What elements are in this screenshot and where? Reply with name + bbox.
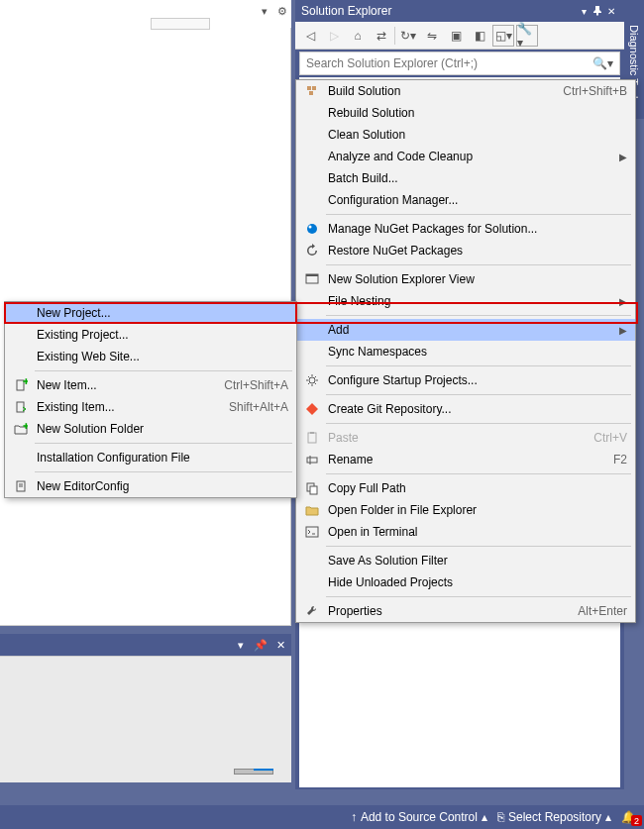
show-all-icon[interactable]: ◧ bbox=[469, 25, 490, 47]
menu-item[interactable]: Hide Unloaded Projects bbox=[296, 571, 635, 593]
menu-item-shortcut: Ctrl+Shift+B bbox=[545, 84, 627, 98]
menu-item[interactable]: Manage NuGet Packages for Solution... bbox=[296, 218, 635, 240]
forward-icon[interactable]: ▷ bbox=[323, 25, 345, 47]
menu-item-label: Sync Namespaces bbox=[324, 345, 627, 359]
menu-item-label: Rename bbox=[324, 453, 595, 466]
menu-item[interactable]: File Nesting▶ bbox=[296, 290, 635, 312]
menu-item[interactable]: Open Folder in File Explorer bbox=[296, 499, 635, 521]
menu-separator bbox=[326, 264, 631, 265]
menu-separator bbox=[326, 394, 631, 395]
select-repository[interactable]: ⎘ Select Repository ▴ bbox=[497, 810, 611, 824]
menu-item[interactable]: Copy Full Path bbox=[296, 477, 635, 499]
panel-title: Solution Explorer bbox=[301, 4, 577, 18]
panel-body bbox=[0, 656, 291, 782]
pin-icon[interactable] bbox=[590, 4, 604, 18]
menu-item[interactable]: New Project... bbox=[5, 302, 296, 324]
menu-item[interactable]: Save As Solution Filter bbox=[296, 550, 635, 571]
dropdown-icon[interactable]: ▾ bbox=[577, 4, 590, 18]
menu-item-label: Save As Solution Filter bbox=[324, 554, 627, 568]
menu-item-label: Add bbox=[324, 323, 613, 337]
menu-item[interactable]: Existing Project... bbox=[5, 324, 296, 346]
menu-item-label: Batch Build... bbox=[324, 171, 627, 185]
dropdown-icon[interactable]: ▾ bbox=[234, 638, 248, 652]
menu-item-shortcut: Ctrl+V bbox=[576, 431, 627, 445]
collapse-icon[interactable]: ▣ bbox=[445, 25, 467, 47]
menu-item[interactable]: Clean Solution bbox=[296, 124, 635, 146]
git-icon bbox=[300, 402, 324, 416]
menu-item[interactable]: Restore NuGet Packages bbox=[296, 240, 635, 261]
menu-item: PasteCtrl+V bbox=[296, 427, 635, 449]
menu-item[interactable]: PropertiesAlt+Enter bbox=[296, 600, 635, 622]
menu-separator bbox=[35, 471, 292, 472]
menu-item-shortcut: Ctrl+Shift+A bbox=[206, 378, 288, 392]
menu-item-label: New EditorConfig bbox=[33, 479, 288, 493]
menu-item[interactable]: Build SolutionCtrl+Shift+B bbox=[296, 80, 635, 102]
menu-item[interactable]: ✚New Solution Folder bbox=[5, 418, 296, 440]
svg-rect-6 bbox=[306, 274, 318, 276]
search-icon[interactable]: 🔍▾ bbox=[592, 56, 613, 70]
menu-item[interactable]: Existing Web Site... bbox=[5, 346, 296, 367]
menu-item[interactable]: Existing Item...Shift+Alt+A bbox=[5, 396, 296, 418]
repo-icon: ⎘ bbox=[497, 810, 504, 824]
editor-toolbar: ▾ ⚙ bbox=[258, 0, 289, 22]
chevron-up-icon: ▴ bbox=[482, 810, 487, 824]
menu-separator bbox=[326, 473, 631, 474]
menu-item-label: Build Solution bbox=[324, 84, 545, 98]
notifications-button[interactable]: 🔔 2 bbox=[621, 810, 636, 824]
menu-item[interactable]: RenameF2 bbox=[296, 449, 635, 470]
close-icon[interactable]: ✕ bbox=[604, 4, 618, 18]
svg-point-4 bbox=[309, 226, 312, 229]
menu-item[interactable]: Installation Configuration File bbox=[5, 447, 296, 468]
chevron-up-icon: ▴ bbox=[605, 810, 611, 824]
mode-toggle-1[interactable]: ◱▾ bbox=[492, 25, 514, 47]
menu-item[interactable]: Configuration Manager... bbox=[296, 189, 635, 211]
solution-explorer-search[interactable]: 🔍▾ bbox=[299, 52, 620, 75]
menu-item-label: Restore NuGet Packages bbox=[324, 244, 627, 258]
add-to-source-control[interactable]: ↑ Add to Source Control ▴ bbox=[351, 810, 487, 824]
sync-icon[interactable]: ↻▾ bbox=[397, 25, 419, 47]
menu-item[interactable]: Configure Startup Projects... bbox=[296, 369, 635, 391]
submenu-arrow-icon: ▶ bbox=[613, 296, 627, 307]
menu-separator bbox=[326, 214, 631, 215]
menu-item-label: Rebuild Solution bbox=[324, 106, 627, 120]
submenu-arrow-icon: ▶ bbox=[613, 325, 627, 336]
svg-point-3 bbox=[307, 224, 317, 234]
menu-item[interactable]: Add▶ bbox=[296, 319, 635, 341]
filter-icon[interactable]: ⇋ bbox=[421, 25, 443, 47]
menu-item[interactable]: Analyze and Code Cleanup▶ bbox=[296, 146, 635, 167]
home-icon[interactable]: ⌂ bbox=[347, 25, 369, 47]
gear-icon bbox=[300, 373, 324, 387]
dropdown-icon[interactable]: ▾ bbox=[258, 4, 271, 18]
menu-item[interactable]: Create Git Repository... bbox=[296, 398, 635, 420]
menu-item[interactable]: New Solution Explorer View bbox=[296, 268, 635, 290]
menu-item[interactable]: New EditorConfig bbox=[5, 475, 296, 497]
menu-item[interactable]: Rebuild Solution bbox=[296, 102, 635, 124]
menu-item-label: Open Folder in File Explorer bbox=[324, 503, 627, 517]
menu-item-label: Configuration Manager... bbox=[324, 193, 627, 207]
menu-separator bbox=[326, 546, 631, 547]
menu-item[interactable]: Batch Build... bbox=[296, 167, 635, 189]
copy-icon bbox=[300, 481, 324, 495]
menu-item[interactable]: ✚New Item...Ctrl+Shift+A bbox=[5, 374, 296, 396]
menu-item[interactable]: Sync Namespaces bbox=[296, 341, 635, 363]
switch-views-icon[interactable]: ⇄ bbox=[371, 25, 392, 47]
upload-icon: ↑ bbox=[351, 810, 357, 824]
folder-new-icon: ✚ bbox=[9, 422, 33, 436]
menu-item-label: Create Git Repository... bbox=[324, 402, 627, 416]
menu-separator bbox=[35, 370, 292, 371]
menu-item-label: Existing Item... bbox=[33, 400, 211, 414]
menu-item-label: File Nesting bbox=[324, 294, 613, 308]
pin-icon[interactable]: 📌 bbox=[254, 638, 268, 652]
menu-item-label: Open in Terminal bbox=[324, 525, 627, 539]
svg-rect-8 bbox=[308, 433, 316, 443]
search-input[interactable] bbox=[306, 56, 592, 70]
back-icon[interactable]: ◁ bbox=[299, 25, 321, 47]
gear-icon[interactable]: ⚙ bbox=[275, 4, 289, 18]
menu-item[interactable]: Open in Terminal bbox=[296, 521, 635, 543]
mode-toggle-2[interactable]: 🔧▾ bbox=[516, 25, 538, 47]
menu-item-label: Existing Project... bbox=[33, 328, 288, 342]
close-icon[interactable]: ✕ bbox=[273, 638, 287, 652]
add-submenu: New Project...Existing Project...Existin… bbox=[4, 301, 297, 498]
accent-indicator bbox=[254, 769, 273, 771]
nuget-icon bbox=[300, 222, 324, 236]
